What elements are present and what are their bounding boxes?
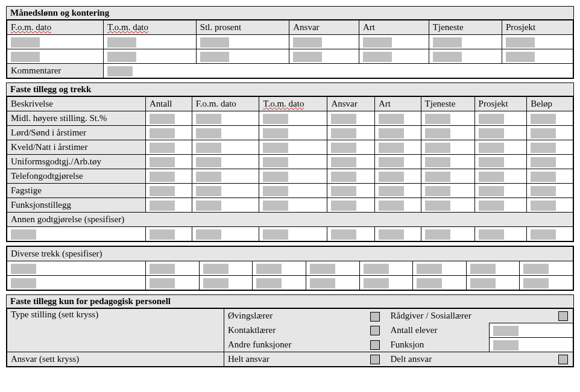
input-cell[interactable] <box>379 229 404 240</box>
input-cell[interactable] <box>331 157 356 167</box>
input-cell[interactable] <box>150 278 175 288</box>
input-cell[interactable] <box>531 186 556 196</box>
input-cell[interactable] <box>150 143 175 153</box>
input-cell[interactable] <box>196 143 221 153</box>
checkbox-helt[interactable] <box>370 355 380 364</box>
input-cell[interactable] <box>11 52 40 62</box>
input-cell[interactable] <box>11 229 36 240</box>
input-cell[interactable] <box>425 157 450 167</box>
input-cell[interactable] <box>479 157 504 167</box>
input-cell[interactable] <box>293 52 322 62</box>
input-cell[interactable] <box>263 157 288 167</box>
checkbox-delt[interactable] <box>558 355 568 364</box>
input-cell[interactable] <box>256 278 282 288</box>
input-cell[interactable] <box>203 278 229 288</box>
input-antall-elever[interactable] <box>490 323 573 338</box>
input-cell[interactable] <box>196 186 221 196</box>
input-cell[interactable] <box>263 143 288 153</box>
input-cell[interactable] <box>531 157 556 167</box>
input-cell[interactable] <box>425 128 450 138</box>
input-cell[interactable] <box>200 37 229 48</box>
input-cell[interactable] <box>364 264 389 274</box>
input-cell[interactable] <box>200 52 229 62</box>
input-cell[interactable] <box>331 114 356 124</box>
input-cell[interactable] <box>523 278 549 288</box>
input-cell[interactable] <box>479 229 504 240</box>
input-cell[interactable] <box>196 157 221 167</box>
input-cell[interactable] <box>331 186 356 196</box>
input-cell[interactable] <box>203 264 229 274</box>
input-cell[interactable] <box>531 229 556 240</box>
input-cell[interactable] <box>150 114 175 124</box>
input-cell[interactable] <box>263 172 288 182</box>
input-cell[interactable] <box>331 229 356 240</box>
input-cell[interactable] <box>479 128 504 138</box>
input-cell[interactable] <box>479 143 504 153</box>
checkbox-andre[interactable] <box>370 340 380 350</box>
input-cell[interactable] <box>531 172 556 182</box>
input-cell[interactable] <box>310 278 335 288</box>
input-cell[interactable] <box>417 278 442 288</box>
input-cell[interactable] <box>531 114 556 124</box>
input-cell[interactable] <box>150 264 175 274</box>
input-cell[interactable] <box>379 201 404 211</box>
input-cell[interactable] <box>11 278 36 288</box>
checkbox-radgiver[interactable] <box>558 311 568 321</box>
input-cell[interactable] <box>263 186 288 196</box>
input-cell[interactable] <box>433 37 462 48</box>
input-cell[interactable] <box>379 128 404 138</box>
input-cell[interactable] <box>425 114 450 124</box>
input-cell[interactable] <box>196 201 221 211</box>
input-cell[interactable] <box>263 201 288 211</box>
input-cell[interactable] <box>196 128 221 138</box>
input-cell[interactable] <box>196 229 221 240</box>
input-cell[interactable] <box>11 264 36 274</box>
input-cell[interactable] <box>425 229 450 240</box>
input-cell[interactable] <box>150 229 175 240</box>
input-cell[interactable] <box>256 264 282 274</box>
input-cell[interactable] <box>107 52 136 62</box>
input-cell[interactable] <box>150 201 175 211</box>
input-cell[interactable] <box>196 114 221 124</box>
input-cell[interactable] <box>150 128 175 138</box>
input-cell[interactable] <box>293 37 322 48</box>
input-cell[interactable] <box>379 114 404 124</box>
input-cell[interactable] <box>425 143 450 153</box>
input-cell[interactable] <box>263 229 288 240</box>
input-cell[interactable] <box>379 157 404 167</box>
input-cell[interactable] <box>150 186 175 196</box>
input-cell[interactable] <box>107 37 136 48</box>
input-cell[interactable] <box>263 128 288 138</box>
input-cell[interactable] <box>506 37 535 48</box>
input-cell[interactable] <box>363 52 392 62</box>
input-cell[interactable] <box>379 186 404 196</box>
input-cell[interactable] <box>470 278 496 288</box>
input-funksjon[interactable] <box>490 338 573 352</box>
input-cell[interactable] <box>417 264 442 274</box>
input-cell[interactable] <box>196 172 221 182</box>
input-cell[interactable] <box>331 201 356 211</box>
input-cell[interactable] <box>379 172 404 182</box>
input-cell[interactable] <box>531 143 556 153</box>
input-cell[interactable] <box>150 157 175 167</box>
input-cell[interactable] <box>364 278 389 288</box>
input-cell[interactable] <box>531 128 556 138</box>
input-cell[interactable] <box>331 128 356 138</box>
input-cell[interactable] <box>479 186 504 196</box>
input-cell[interactable] <box>425 172 450 182</box>
input-cell[interactable] <box>150 172 175 182</box>
input-cell[interactable] <box>363 37 392 48</box>
input-cell[interactable] <box>523 264 549 274</box>
input-cell[interactable] <box>479 201 504 211</box>
checkbox-ovingslarer[interactable] <box>370 312 380 322</box>
input-cell[interactable] <box>479 114 504 124</box>
input-cell[interactable] <box>425 201 450 211</box>
input-cell[interactable] <box>470 264 496 274</box>
input-cell[interactable] <box>331 172 356 182</box>
input-cell[interactable] <box>263 114 288 124</box>
input-cell[interactable] <box>506 52 535 62</box>
input-cell[interactable] <box>425 186 450 196</box>
input-cell[interactable] <box>310 264 335 274</box>
input-cell[interactable] <box>479 172 504 182</box>
input-cell[interactable] <box>11 37 40 48</box>
